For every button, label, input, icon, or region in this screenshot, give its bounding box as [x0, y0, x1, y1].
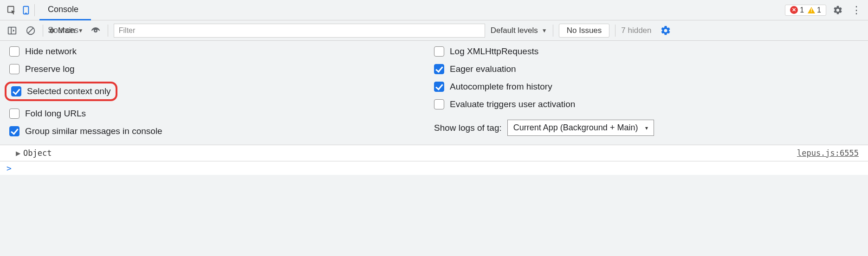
- setting-left-0[interactable]: Hide network: [9, 46, 434, 57]
- levels-label: Default levels: [491, 26, 538, 35]
- setting-left-4[interactable]: Group similar messages in console: [9, 126, 434, 136]
- separator: [43, 25, 43, 37]
- chevron-down-icon: ▾: [645, 125, 648, 131]
- console-settings-icon[interactable]: [659, 24, 672, 37]
- tag-label: Show logs of tag:: [434, 123, 502, 133]
- checkbox-label: Group similar messages in console: [25, 126, 162, 136]
- separator: [615, 25, 615, 37]
- checkbox-label: Autocomplete from history: [450, 82, 552, 92]
- warning-status: ! 1: [808, 6, 821, 14]
- checkbox-label: Selected context only: [27, 86, 111, 96]
- svg-rect-3: [8, 27, 16, 34]
- live-expression-icon[interactable]: [89, 24, 102, 37]
- inspect-element-icon[interactable]: [5, 3, 19, 17]
- device-toggle-icon[interactable]: [19, 3, 32, 17]
- tabbar-right: ✕ 1 ! 1 ⋮: [785, 3, 863, 17]
- checkbox[interactable]: [9, 126, 19, 136]
- console-output: ▶ Object lepus.js:6555: [0, 145, 868, 161]
- checkbox[interactable]: [9, 64, 19, 74]
- console-settings-panel: Hide networkPreserve logSelected context…: [0, 41, 868, 145]
- error-status: ✕ 1: [790, 6, 804, 14]
- hidden-messages-count[interactable]: 7 hidden: [621, 26, 651, 35]
- separator: [34, 4, 35, 16]
- checkbox[interactable]: [434, 99, 444, 109]
- expand-caret-icon[interactable]: ▶: [16, 148, 21, 158]
- checkbox-label: Preserve log: [25, 64, 75, 74]
- separator: [553, 25, 553, 37]
- execution-context-picker[interactable]: Main ▼: [49, 26, 84, 35]
- error-icon: ✕: [790, 6, 798, 14]
- status-pill[interactable]: ✕ 1 ! 1: [785, 5, 826, 16]
- checkbox-label: Evaluate triggers user activation: [450, 99, 575, 109]
- more-icon[interactable]: ⋮: [849, 3, 863, 17]
- checkbox[interactable]: [9, 109, 19, 119]
- tag-value: Current App (Background + Main): [513, 123, 638, 133]
- setting-right-1[interactable]: Eager evaluation: [434, 64, 859, 74]
- checkbox-label: Hide network: [25, 46, 77, 57]
- console-log-row[interactable]: ▶ Object lepus.js:6555: [0, 145, 868, 161]
- show-logs-tag-row: Show logs of tag:Current App (Background…: [434, 120, 859, 136]
- chevron-down-icon: ▼: [542, 27, 547, 34]
- clear-console-icon[interactable]: [24, 24, 37, 37]
- issues-button[interactable]: No Issues: [559, 24, 610, 38]
- log-levels-picker[interactable]: Default levels ▼: [491, 26, 547, 35]
- checkbox[interactable]: [11, 86, 21, 96]
- warning-count: 1: [817, 6, 821, 14]
- toggle-sidebar-icon[interactable]: [6, 24, 19, 37]
- context-label: Main: [58, 26, 75, 35]
- devtools-tabbar: ElementsConsoleSources ✕ 1 ! 1 ⋮: [0, 0, 868, 20]
- setting-left-3[interactable]: Fold long URLs: [9, 109, 434, 119]
- setting-left-2[interactable]: Selected context only: [11, 86, 111, 96]
- source-link[interactable]: lepus.js:6555: [797, 148, 859, 158]
- console-prompt[interactable]: >: [0, 161, 868, 175]
- prompt-chevron-icon: >: [6, 163, 12, 173]
- filter-input[interactable]: [114, 24, 485, 38]
- checkbox[interactable]: [9, 46, 19, 57]
- chevron-down-icon: ▼: [78, 27, 84, 34]
- error-count: 1: [800, 6, 804, 14]
- tag-select[interactable]: Current App (Background + Main)▾: [507, 120, 654, 136]
- setting-left-1[interactable]: Preserve log: [9, 64, 434, 74]
- setting-right-2[interactable]: Autocomplete from history: [434, 82, 859, 92]
- settings-left-column: Hide networkPreserve logSelected context…: [9, 46, 434, 136]
- gear-icon: [49, 27, 55, 34]
- highlight-annotation: Selected context only: [5, 82, 117, 101]
- tab-console[interactable]: Console: [39, 0, 91, 20]
- checkbox[interactable]: [434, 82, 444, 92]
- setting-right-3[interactable]: Evaluate triggers user activation: [434, 99, 859, 109]
- issues-label: No Issues: [567, 26, 602, 35]
- checkbox-label: Fold long URLs: [25, 109, 86, 119]
- settings-right-column: Log XMLHttpRequestsEager evaluationAutoc…: [434, 46, 859, 136]
- separator: [108, 25, 108, 37]
- setting-right-0[interactable]: Log XMLHttpRequests: [434, 46, 859, 57]
- settings-icon[interactable]: [831, 3, 845, 17]
- warning-icon: !: [808, 7, 815, 13]
- object-label: Object: [23, 148, 52, 158]
- checkbox-label: Eager evaluation: [450, 64, 516, 74]
- checkbox[interactable]: [434, 64, 444, 74]
- checkbox[interactable]: [434, 46, 444, 57]
- console-toolbar: Main ▼ Default levels ▼ No Issues 7 hidd…: [0, 20, 868, 41]
- checkbox-label: Log XMLHttpRequests: [450, 46, 538, 57]
- svg-line-6: [28, 28, 33, 33]
